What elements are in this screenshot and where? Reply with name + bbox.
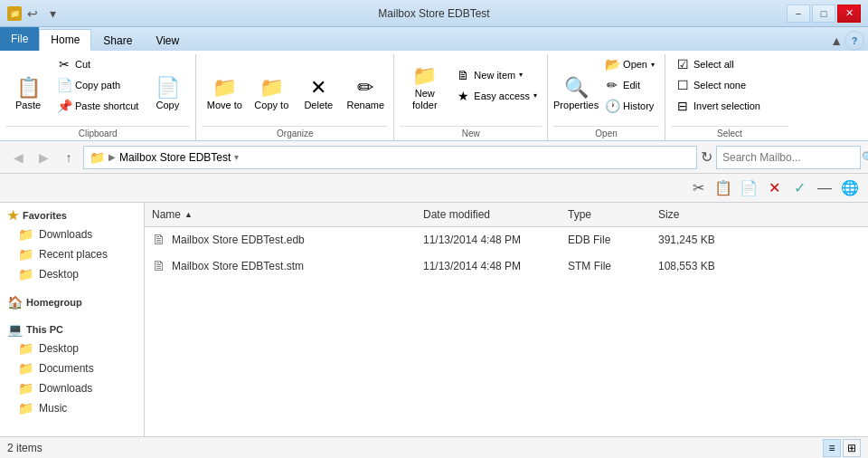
- file-date-cell: 11/13/2014 4:48 PM: [416, 232, 561, 248]
- paste-shortcut-button[interactable]: 📌 Paste shortcut: [52, 96, 143, 116]
- history-icon: 🕐: [605, 99, 619, 113]
- tab-share[interactable]: Share: [91, 29, 144, 51]
- select-none-icon: ☐: [675, 78, 690, 92]
- table-row[interactable]: 🗎 Mailbox Store EDBTest.edb 11/13/2014 4…: [145, 227, 868, 253]
- quick-access-dropdown[interactable]: ▾: [43, 5, 61, 23]
- favorites-star-icon: ★: [7, 208, 19, 223]
- sidebar-homegroup-header[interactable]: 🏠 Homegroup: [0, 290, 144, 311]
- delete-icon: ✕: [310, 78, 326, 98]
- homegroup-icon: 🏠: [7, 295, 23, 310]
- file-date-cell: 11/13/2014 4:48 PM: [416, 258, 561, 274]
- easy-access-button[interactable]: ★ Easy access ▾: [451, 86, 542, 106]
- new-item-button[interactable]: 🗎 New item ▾: [451, 65, 542, 85]
- folder-icon-downloads2: 📁: [18, 381, 33, 396]
- toolbar-globe-button[interactable]: 🌐: [839, 177, 861, 199]
- thispc-icon: 💻: [7, 322, 23, 337]
- sidebar-item-documents[interactable]: 📁 Documents: [0, 358, 144, 378]
- item-count: 2 items: [7, 442, 42, 454]
- tab-file[interactable]: File: [0, 27, 39, 51]
- ribbon-collapse-btn[interactable]: ▲: [830, 33, 843, 48]
- copy-button[interactable]: 📄 Copy: [145, 54, 190, 116]
- invert-selection-icon: ⊟: [675, 99, 690, 113]
- select-none-button[interactable]: ☐ Select none: [671, 75, 788, 95]
- open-button[interactable]: 📂 Open ▾: [600, 54, 659, 74]
- file-name-cell: 🗎 Mailbox Store EDBTest.stm: [145, 256, 416, 276]
- folder-icon-recent: 📁: [18, 247, 33, 262]
- invert-selection-button[interactable]: ⊟ Invert selection: [671, 96, 788, 116]
- select-all-button[interactable]: ☑ Select all: [671, 54, 788, 74]
- easy-access-icon: ★: [456, 89, 470, 103]
- refresh-button[interactable]: ↻: [701, 148, 712, 166]
- file-name-cell: 🗎 Mailbox Store EDBTest.edb: [145, 230, 416, 250]
- move-to-button[interactable]: 📁 Move to: [202, 54, 247, 116]
- search-input[interactable]: [722, 151, 858, 164]
- file-size-cell: 108,553 KB: [651, 258, 741, 274]
- properties-button[interactable]: 🔍 Properties: [553, 54, 599, 116]
- nav-forward-button[interactable]: ▶: [33, 147, 54, 168]
- paste-shortcut-icon: 📌: [57, 99, 71, 113]
- history-button[interactable]: 🕐 History: [600, 96, 659, 116]
- window-title: Mailbox Store EDBTest: [378, 7, 489, 20]
- view-details-button[interactable]: ≡: [823, 439, 841, 457]
- open-content: 🔍 Properties 📂 Open ▾ ✏ Edit 🕐 History: [553, 54, 659, 124]
- cut-button[interactable]: ✂ Cut: [52, 54, 143, 74]
- maximize-button[interactable]: □: [812, 5, 835, 23]
- edit-icon: ✏: [605, 78, 619, 92]
- select-content: ☑ Select all ☐ Select none ⊟ Invert sele…: [671, 54, 788, 124]
- properties-icon: 🔍: [564, 78, 589, 98]
- col-header-name[interactable]: Name ▲: [145, 206, 416, 223]
- col-header-size[interactable]: Size: [651, 206, 741, 223]
- sidebar-item-desktop2[interactable]: 📁 Desktop: [0, 339, 144, 358]
- open-small-group: 📂 Open ▾ ✏ Edit 🕐 History: [600, 54, 659, 116]
- tab-home[interactable]: Home: [39, 29, 91, 51]
- address-bar[interactable]: 📁 ▶ Mailbox Store EDBTest ▾: [83, 146, 697, 169]
- sidebar-favorites-header[interactable]: ★ Favorites: [0, 203, 144, 224]
- toolbar-cut-button[interactable]: ✂: [687, 177, 709, 199]
- help-button[interactable]: ?: [844, 31, 864, 51]
- address-folder-icon: 📁: [90, 150, 105, 165]
- toolbar-paste-button[interactable]: 📄: [738, 177, 760, 199]
- sidebar-item-downloads[interactable]: 📁 Downloads: [0, 224, 144, 244]
- folder-icon-music: 📁: [18, 401, 33, 415]
- sidebar-item-downloads2[interactable]: 📁 Downloads: [0, 378, 144, 398]
- nav-bar: ◀ ▶ ↑ 📁 ▶ Mailbox Store EDBTest ▾ ↻ 🔍: [0, 141, 868, 174]
- view-icons-button[interactable]: ⊞: [843, 439, 861, 457]
- copy-path-button[interactable]: 📄 Copy path: [52, 75, 143, 95]
- sidebar-item-recent-places[interactable]: 📁 Recent places: [0, 244, 144, 264]
- paste-icon: 📋: [16, 78, 41, 98]
- col-header-date[interactable]: Date modified: [416, 206, 561, 223]
- move-to-icon: 📁: [212, 78, 237, 98]
- ribbon-tabs: File Home Share View ▲ ?: [0, 27, 868, 51]
- copy-to-button[interactable]: 📁 Copy to: [249, 54, 294, 116]
- ribbon-group-organize: 📁 Move to 📁 Copy to ✕ Delete ✏ Rename Or…: [196, 54, 394, 140]
- new-small-group: 🗎 New item ▾ ★ Easy access ▾: [451, 54, 542, 116]
- status-bar: 2 items ≡ ⊞: [0, 436, 868, 458]
- folder-icon-downloads: 📁: [18, 227, 33, 242]
- folder-icon-desktop2: 📁: [18, 341, 33, 356]
- address-text: Mailbox Store EDBTest: [119, 151, 231, 164]
- paste-button[interactable]: 📋 Paste: [5, 54, 51, 116]
- sidebar-item-desktop[interactable]: 📁 Desktop: [0, 264, 144, 284]
- sidebar-thispc-header[interactable]: 💻 This PC: [0, 317, 144, 339]
- new-folder-button[interactable]: 📁 New folder: [400, 58, 449, 116]
- window-controls: − □ ✕: [787, 5, 861, 23]
- table-row[interactable]: 🗎 Mailbox Store EDBTest.stm 11/13/2014 4…: [145, 253, 868, 280]
- tab-view[interactable]: View: [144, 29, 191, 51]
- toolbar-check-button[interactable]: ✓: [788, 177, 810, 199]
- toolbar-copy-button[interactable]: 📋: [712, 177, 734, 199]
- delete-button[interactable]: ✕ Delete: [296, 54, 341, 116]
- minimize-button[interactable]: −: [787, 5, 810, 23]
- quick-access-btn-1[interactable]: ↩: [24, 5, 42, 23]
- toolbar-delete-button[interactable]: ✕: [763, 177, 785, 199]
- col-header-type[interactable]: Type: [561, 206, 651, 223]
- close-button[interactable]: ✕: [837, 5, 861, 23]
- nav-up-button[interactable]: ↑: [58, 147, 80, 168]
- sidebar-item-music[interactable]: 📁 Music: [0, 398, 144, 418]
- title-bar-left: 📁 ↩ ▾: [7, 5, 61, 23]
- ribbon-group-clipboard: 📋 Paste ✂ Cut 📄 Copy path 📌 Paste shortc…: [0, 54, 196, 140]
- toolbar-dash-button[interactable]: —: [814, 177, 835, 199]
- rename-button[interactable]: ✏ Rename: [343, 54, 388, 116]
- folder-icon-desktop: 📁: [18, 267, 33, 281]
- edit-button[interactable]: ✏ Edit: [600, 75, 659, 95]
- nav-back-button[interactable]: ◀: [7, 147, 29, 168]
